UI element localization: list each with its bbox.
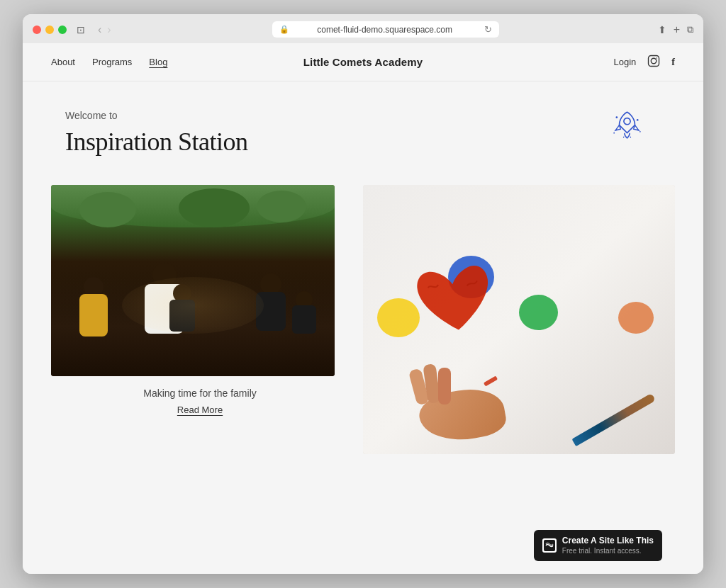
svg-point-5 (637, 119, 639, 121)
rocket-icon (608, 107, 647, 149)
close-button[interactable] (33, 26, 41, 34)
minimize-button[interactable] (45, 26, 54, 34)
svg-rect-0 (649, 56, 659, 67)
nav-left: About Programs Blog (51, 57, 167, 67)
svg-point-3 (624, 118, 630, 125)
nav-login[interactable]: Login (614, 57, 637, 67)
blog-posts: Making time for the family Read More (23, 171, 703, 574)
new-tab-icon[interactable]: + (674, 23, 680, 36)
family-photo-image (51, 185, 335, 376)
svg-point-6 (640, 131, 641, 132)
squarespace-badge[interactable]: Create A Site Like This Free trial. Inst… (534, 530, 662, 561)
browser-chrome: ⊡ ‹ › 🔒 comet-fluid-demo.squarespace.com… (23, 14, 703, 43)
window-controls: ⊡ (74, 23, 88, 37)
sidebar-toggle-icon[interactable]: ⊡ (74, 23, 88, 37)
svg-point-2 (657, 57, 658, 59)
squarespace-title: Create A Site Like This (562, 536, 654, 547)
address-bar[interactable]: 🔒 comet-fluid-demo.squarespace.com ↻ (272, 21, 499, 38)
blog-title: Inspiration Station (65, 127, 661, 157)
nav-programs[interactable]: Programs (92, 57, 132, 67)
welcome-text: Welcome to (65, 110, 661, 121)
nav-blog[interactable]: Blog (149, 57, 167, 67)
blog-post-caption: Making time for the family (51, 376, 349, 405)
squarespace-subtitle: Free trial. Instant access. (562, 547, 654, 555)
nav-about[interactable]: About (51, 57, 75, 67)
browser-window: ⊡ ‹ › 🔒 comet-fluid-demo.squarespace.com… (23, 14, 703, 574)
lock-icon: 🔒 (279, 25, 289, 34)
browser-actions: ⬆ + ⧉ (658, 23, 693, 36)
share-icon[interactable]: ⬆ (658, 24, 666, 35)
blog-post-right: Create A Site Like This Free trial. Inst… (363, 185, 675, 574)
instagram-icon[interactable] (647, 55, 660, 69)
maximize-button[interactable] (58, 26, 67, 34)
squarespace-text: Create A Site Like This Free trial. Inst… (562, 536, 654, 555)
svg-point-4 (615, 116, 618, 118)
svg-point-1 (652, 58, 657, 64)
read-more-link[interactable]: Read More (51, 405, 349, 415)
site-content: About Programs Blog Little Comets Academ… (23, 43, 703, 574)
site-nav: About Programs Blog Little Comets Academ… (23, 43, 703, 81)
site-title: Little Comets Academy (303, 56, 423, 68)
facebook-icon[interactable]: f (671, 57, 675, 68)
squarespace-logo (542, 538, 557, 553)
forward-button[interactable]: › (104, 22, 113, 38)
nav-right: Login f (614, 55, 675, 69)
svg-point-7 (613, 132, 615, 134)
blog-post-left: Making time for the family Read More (51, 185, 349, 574)
tabs-icon[interactable]: ⧉ (687, 24, 693, 35)
url-text: comet-fluid-demo.squarespace.com (294, 25, 476, 35)
art-photo-image (363, 185, 675, 454)
traffic-lights (33, 26, 67, 34)
back-button[interactable]: ‹ (95, 22, 104, 38)
blog-header: Welcome to Inspiration Station (23, 81, 703, 171)
green-paint (519, 295, 558, 330)
reload-button[interactable]: ↻ (484, 24, 492, 35)
